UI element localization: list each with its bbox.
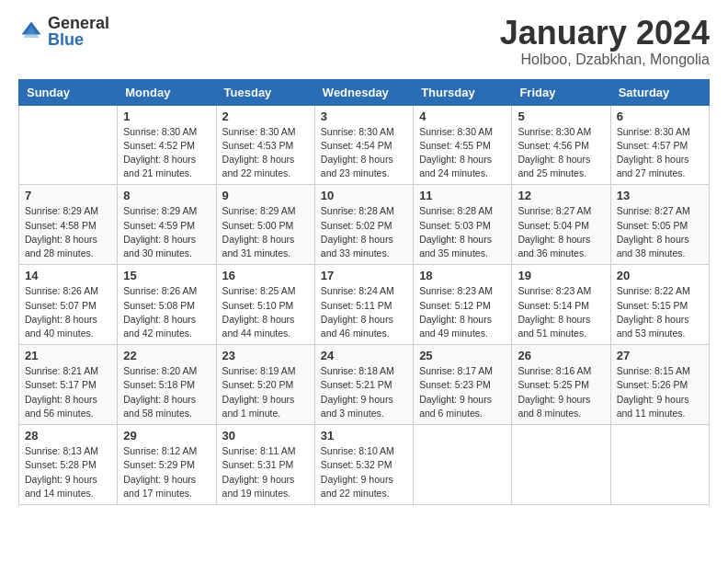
table-row: 4Sunrise: 8:30 AMSunset: 4:55 PMDaylight…: [414, 105, 512, 185]
table-row: 6Sunrise: 8:30 AMSunset: 4:57 PMDaylight…: [610, 105, 709, 185]
table-row: 12Sunrise: 8:27 AMSunset: 5:04 PMDayligh…: [512, 185, 610, 265]
title-block: January 2024 Holboo, Dzabkhan, Mongolia: [500, 15, 710, 68]
col-tuesday: Tuesday: [216, 79, 314, 105]
day-info: Sunrise: 8:18 AMSunset: 5:21 PMDaylight:…: [321, 364, 407, 420]
table-row: 27Sunrise: 8:15 AMSunset: 5:26 PMDayligh…: [610, 345, 709, 425]
calendar-week-row: 14Sunrise: 8:26 AMSunset: 5:07 PMDayligh…: [19, 265, 710, 345]
table-row: 2Sunrise: 8:30 AMSunset: 4:53 PMDaylight…: [216, 105, 314, 185]
day-info: Sunrise: 8:21 AMSunset: 5:17 PMDaylight:…: [25, 364, 111, 420]
day-info: Sunrise: 8:11 AMSunset: 5:31 PMDaylight:…: [222, 444, 309, 500]
table-row: [19, 105, 118, 185]
col-sunday: Sunday: [19, 79, 118, 105]
day-number: 19: [518, 269, 604, 282]
day-info: Sunrise: 8:25 AMSunset: 5:10 PMDaylight:…: [222, 284, 309, 340]
day-number: 26: [518, 349, 604, 362]
table-row: 5Sunrise: 8:30 AMSunset: 4:56 PMDaylight…: [512, 105, 610, 185]
day-number: 20: [617, 269, 703, 282]
day-info: Sunrise: 8:27 AMSunset: 5:04 PMDaylight:…: [518, 204, 604, 260]
day-number: 4: [419, 109, 506, 123]
day-number: 10: [321, 189, 407, 202]
day-number: 17: [321, 269, 407, 282]
day-info: Sunrise: 8:23 AMSunset: 5:14 PMDaylight:…: [518, 284, 604, 340]
day-number: 5: [518, 109, 604, 123]
table-row: 19Sunrise: 8:23 AMSunset: 5:14 PMDayligh…: [512, 265, 610, 345]
day-info: Sunrise: 8:28 AMSunset: 5:02 PMDaylight:…: [321, 204, 407, 260]
calendar-week-row: 1Sunrise: 8:30 AMSunset: 4:52 PMDaylight…: [19, 105, 710, 185]
day-number: 6: [617, 109, 703, 123]
day-info: Sunrise: 8:30 AMSunset: 4:55 PMDaylight:…: [419, 125, 506, 181]
logo-general-text: General: [48, 15, 109, 31]
day-number: 28: [25, 429, 111, 442]
col-thursday: Thursday: [414, 79, 512, 105]
col-monday: Monday: [118, 79, 216, 105]
day-info: Sunrise: 8:30 AMSunset: 4:57 PMDaylight:…: [617, 125, 703, 181]
logo-blue-text: Blue: [48, 31, 109, 48]
table-row: [414, 425, 512, 505]
table-row: 21Sunrise: 8:21 AMSunset: 5:17 PMDayligh…: [19, 345, 118, 425]
table-row: 17Sunrise: 8:24 AMSunset: 5:11 PMDayligh…: [314, 265, 413, 345]
day-number: 3: [321, 109, 407, 123]
calendar-week-row: 7Sunrise: 8:29 AMSunset: 4:58 PMDaylight…: [19, 185, 710, 265]
day-info: Sunrise: 8:29 AMSunset: 5:00 PMDaylight:…: [222, 204, 309, 260]
day-number: 31: [321, 429, 407, 442]
table-row: [512, 425, 610, 505]
table-row: 31Sunrise: 8:10 AMSunset: 5:32 PMDayligh…: [314, 425, 413, 505]
day-number: 2: [222, 109, 309, 123]
header: General Blue January 2024 Holboo, Dzabkh…: [18, 15, 710, 68]
col-friday: Friday: [512, 79, 610, 105]
col-wednesday: Wednesday: [314, 79, 413, 105]
day-number: 7: [25, 189, 111, 202]
day-info: Sunrise: 8:30 AMSunset: 4:56 PMDaylight:…: [518, 125, 604, 181]
calendar-header-row: Sunday Monday Tuesday Wednesday Thursday…: [19, 79, 710, 105]
day-info: Sunrise: 8:28 AMSunset: 5:03 PMDaylight:…: [419, 204, 506, 260]
day-number: 9: [222, 189, 309, 202]
day-number: 8: [123, 189, 210, 202]
table-row: 25Sunrise: 8:17 AMSunset: 5:23 PMDayligh…: [414, 345, 512, 425]
day-number: 22: [123, 349, 210, 362]
day-number: 13: [617, 189, 703, 202]
day-number: 16: [222, 269, 309, 282]
table-row: 18Sunrise: 8:23 AMSunset: 5:12 PMDayligh…: [414, 265, 512, 345]
table-row: 3Sunrise: 8:30 AMSunset: 4:54 PMDaylight…: [314, 105, 413, 185]
day-number: 25: [419, 349, 506, 362]
logo: General Blue: [18, 15, 109, 48]
day-number: 12: [518, 189, 604, 202]
table-row: 22Sunrise: 8:20 AMSunset: 5:18 PMDayligh…: [118, 345, 216, 425]
table-row: 30Sunrise: 8:11 AMSunset: 5:31 PMDayligh…: [216, 425, 314, 505]
table-row: 15Sunrise: 8:26 AMSunset: 5:08 PMDayligh…: [118, 265, 216, 345]
table-row: 23Sunrise: 8:19 AMSunset: 5:20 PMDayligh…: [216, 345, 314, 425]
day-info: Sunrise: 8:26 AMSunset: 5:08 PMDaylight:…: [123, 284, 210, 340]
day-info: Sunrise: 8:12 AMSunset: 5:29 PMDaylight:…: [123, 444, 210, 500]
table-row: 13Sunrise: 8:27 AMSunset: 5:05 PMDayligh…: [610, 185, 709, 265]
day-info: Sunrise: 8:24 AMSunset: 5:11 PMDaylight:…: [321, 284, 407, 340]
day-number: 21: [25, 349, 111, 362]
day-number: 23: [222, 349, 309, 362]
day-number: 11: [419, 189, 506, 202]
day-info: Sunrise: 8:17 AMSunset: 5:23 PMDaylight:…: [419, 364, 506, 420]
day-info: Sunrise: 8:29 AMSunset: 4:58 PMDaylight:…: [25, 204, 111, 260]
table-row: 9Sunrise: 8:29 AMSunset: 5:00 PMDaylight…: [216, 185, 314, 265]
calendar-table: Sunday Monday Tuesday Wednesday Thursday…: [18, 79, 710, 505]
day-info: Sunrise: 8:26 AMSunset: 5:07 PMDaylight:…: [25, 284, 111, 340]
day-info: Sunrise: 8:23 AMSunset: 5:12 PMDaylight:…: [419, 284, 506, 340]
day-number: 30: [222, 429, 309, 442]
day-info: Sunrise: 8:20 AMSunset: 5:18 PMDaylight:…: [123, 364, 210, 420]
table-row: 10Sunrise: 8:28 AMSunset: 5:02 PMDayligh…: [314, 185, 413, 265]
day-number: 18: [419, 269, 506, 282]
table-row: 28Sunrise: 8:13 AMSunset: 5:28 PMDayligh…: [19, 425, 118, 505]
day-info: Sunrise: 8:22 AMSunset: 5:15 PMDaylight:…: [617, 284, 703, 340]
table-row: 20Sunrise: 8:22 AMSunset: 5:15 PMDayligh…: [610, 265, 709, 345]
table-row: 7Sunrise: 8:29 AMSunset: 4:58 PMDaylight…: [19, 185, 118, 265]
table-row: 8Sunrise: 8:29 AMSunset: 4:59 PMDaylight…: [118, 185, 216, 265]
day-info: Sunrise: 8:16 AMSunset: 5:25 PMDaylight:…: [518, 364, 604, 420]
day-info: Sunrise: 8:15 AMSunset: 5:26 PMDaylight:…: [617, 364, 703, 420]
day-info: Sunrise: 8:10 AMSunset: 5:32 PMDaylight:…: [321, 444, 407, 500]
day-info: Sunrise: 8:29 AMSunset: 4:59 PMDaylight:…: [123, 204, 210, 260]
table-row: 24Sunrise: 8:18 AMSunset: 5:21 PMDayligh…: [314, 345, 413, 425]
day-number: 15: [123, 269, 210, 282]
table-row: 16Sunrise: 8:25 AMSunset: 5:10 PMDayligh…: [216, 265, 314, 345]
day-number: 1: [123, 109, 210, 123]
day-info: Sunrise: 8:30 AMSunset: 4:52 PMDaylight:…: [123, 125, 210, 181]
day-info: Sunrise: 8:19 AMSunset: 5:20 PMDaylight:…: [222, 364, 309, 420]
logo-text: General Blue: [48, 15, 109, 48]
